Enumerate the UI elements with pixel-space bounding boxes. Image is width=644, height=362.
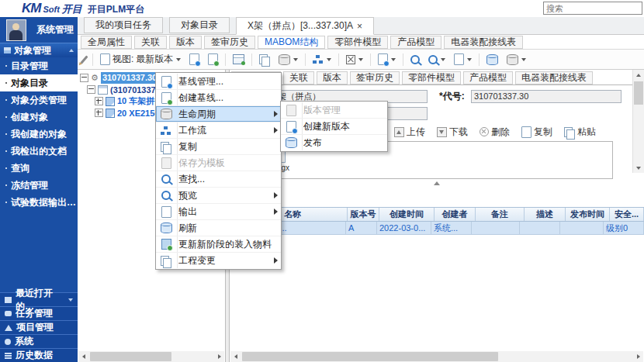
menu-item-workflow[interactable]: 工作流 (156, 122, 281, 138)
database-button[interactable] (277, 52, 299, 67)
chevron-down-icon[interactable] (521, 58, 526, 61)
advanced-search-button[interactable] (427, 52, 447, 67)
sidebar-item-query[interactable]: 查询 (0, 160, 78, 177)
menu-item-baseline-management[interactable]: 基线管理... (156, 74, 281, 89)
tab-version[interactable]: 版本 (169, 36, 202, 49)
sidebar-item-object-catalog[interactable]: 对象目录 (0, 74, 78, 91)
tab-product-model[interactable]: 产品模型 (390, 36, 441, 49)
report-button[interactable] (452, 52, 473, 67)
tab-object-catalog[interactable]: 对象目录 (169, 17, 230, 33)
expand-plus-icon[interactable] (95, 109, 103, 117)
header-publish-time[interactable]: 发布时间 (566, 208, 610, 221)
copy-button[interactable]: 复制 (521, 126, 552, 139)
chevron-down-icon[interactable] (293, 58, 298, 61)
header-create-time[interactable]: 创建时间 (379, 208, 435, 221)
db-edit-button[interactable] (505, 52, 528, 67)
detail-tab-product-model[interactable]: 产品模型 (463, 71, 513, 84)
menu-item-copy[interactable]: 复制 (156, 138, 281, 154)
tab-review-history[interactable]: 签审历史 (204, 36, 255, 49)
collapse-minus-icon[interactable] (87, 85, 95, 94)
sidebar-item-test-data-output[interactable]: 试验数据输出… (0, 194, 78, 211)
detail-tab-relations[interactable]: 关联 (283, 71, 314, 84)
scroll-left-button[interactable] (78, 351, 88, 362)
scroll-thumb[interactable] (90, 352, 171, 361)
tab-relations[interactable]: 关联 (134, 36, 167, 49)
structure-button[interactable] (345, 52, 365, 67)
menu-item-create-baseline[interactable]: 创建基线... (156, 89, 281, 105)
menu-item-update-stage-materials[interactable]: 更新新阶段的装入物料 (156, 236, 281, 252)
menu-item-engineering-change[interactable]: 工程变更 (156, 252, 281, 268)
header-remark[interactable]: 备注 (476, 208, 525, 221)
sidebar-section-object-management[interactable]: 对象管理 (0, 43, 78, 57)
scroll-down-button[interactable] (633, 163, 644, 173)
chevron-down-icon[interactable] (441, 58, 445, 61)
sidebar-item-history-data[interactable]: 历史数据 (0, 348, 78, 362)
sidebar-item-recently-opened[interactable]: 最近打开的… (0, 292, 78, 306)
chevron-down-icon[interactable] (391, 58, 396, 61)
sidebar-item-my-checked-out-docs[interactable]: 我检出的文档 (0, 143, 78, 160)
header-description[interactable]: 描述 (525, 208, 566, 221)
tree-horizontal-scrollbar[interactable] (78, 351, 224, 362)
checkout-button[interactable] (188, 52, 201, 67)
detail-tab-version[interactable]: 版本 (317, 71, 348, 84)
header-creator[interactable]: 创建者 (435, 208, 476, 221)
collapse-minus-icon[interactable] (80, 74, 88, 82)
detail-tab-review-history[interactable]: 签审历史 (350, 71, 400, 84)
view-selector[interactable]: 视图: 最新版本 (99, 52, 182, 67)
sidebar-item-system[interactable]: 系统 (0, 334, 78, 348)
tab-electrical-wiring-table[interactable]: 电器装配接线表 (444, 36, 523, 49)
workflow-button[interactable] (311, 52, 333, 67)
chevron-down-icon[interactable] (68, 298, 73, 302)
scroll-up-button[interactable] (633, 70, 644, 80)
download-button[interactable]: 下载 (437, 126, 468, 139)
edit-table-button[interactable] (231, 52, 246, 67)
collapse-up-icon[interactable] (69, 49, 74, 52)
submenu-item-publish[interactable]: 发布 (281, 134, 387, 150)
tab-global-attributes[interactable]: 全局属性 (81, 36, 132, 49)
scroll-left-button[interactable] (230, 351, 241, 362)
detail-horizontal-scrollbar[interactable] (230, 351, 643, 362)
scroll-right-button[interactable] (214, 351, 224, 362)
header-security[interactable]: 安全... (610, 208, 644, 221)
scroll-thumb[interactable] (242, 352, 498, 361)
menu-item-preview[interactable]: 预览 (156, 187, 281, 203)
scroll-thumb[interactable] (634, 81, 643, 105)
delete-button[interactable]: 删除 (480, 126, 510, 139)
sidebar-item-task-management[interactable]: 任务管理 (0, 306, 78, 320)
menu-item-output[interactable]: 输出 (156, 203, 281, 219)
sidebar-item-object-classification[interactable]: 对象分类管理 (0, 91, 78, 109)
document-menu-button[interactable] (376, 52, 397, 67)
table-row[interactable]: X架（拼点... A 2022-03-0... 系统... 级别0 (230, 222, 644, 235)
chevron-down-icon[interactable] (358, 58, 363, 61)
db-config-button[interactable] (485, 52, 500, 67)
tab-mabom-structure[interactable]: MABOM结构 (258, 36, 325, 49)
copy-view-button[interactable] (258, 52, 272, 67)
tab-my-project-tasks[interactable]: 我的项目任务 (84, 17, 163, 33)
tab-xframe-active[interactable]: X架（拼点）[3...337.30]A × (236, 17, 374, 35)
detail-tab-part-model[interactable]: 零部件模型 (402, 71, 461, 84)
header-version[interactable]: 版本号 (348, 208, 379, 221)
expand-plus-icon[interactable] (95, 97, 103, 105)
menu-item-lifecycle[interactable]: 生命周期 (156, 105, 281, 122)
chevron-down-icon[interactable] (467, 58, 472, 61)
menu-item-find[interactable]: 查找... (156, 171, 281, 187)
chevron-down-icon[interactable] (327, 58, 331, 61)
detail-tab-electrical-wiring-table[interactable]: 电器装配接线表 (515, 71, 593, 84)
sidebar-item-freeze-management[interactable]: 冻结管理 (0, 177, 78, 194)
sidebar-item-project-management[interactable]: 项目管理 (0, 320, 78, 334)
sidebar-item-my-created-objects[interactable]: 我创建的对象 (0, 126, 78, 143)
collapse-up-icon[interactable] (434, 181, 440, 185)
close-tab-icon[interactable]: × (357, 22, 362, 31)
sidebar-item-create-object[interactable]: 创建对象 (0, 109, 78, 126)
paste-button[interactable]: 粘贴 (564, 126, 596, 139)
detail-vertical-scrollbar[interactable] (632, 70, 644, 173)
checkin-button[interactable] (206, 52, 220, 67)
scroll-right-button[interactable] (633, 351, 643, 362)
edit-button[interactable] (81, 52, 87, 67)
code-field[interactable]: 310701337.30 (471, 90, 621, 103)
submenu-item-create-new-version[interactable]: 创建新版本 (281, 118, 387, 134)
search-button[interactable] (409, 52, 421, 67)
upload-button[interactable]: 上传 (394, 126, 425, 139)
sidebar-item-catalog-management[interactable]: 目录管理 (0, 57, 78, 74)
search-input[interactable] (543, 2, 642, 15)
